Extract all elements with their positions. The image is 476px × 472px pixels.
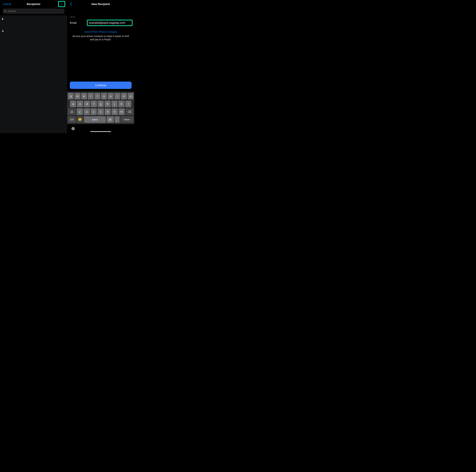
plus-icon: ＋ xyxy=(60,2,64,6)
page-title: New Recipient xyxy=(67,2,134,6)
backspace-icon xyxy=(128,110,131,113)
select-contacts-link[interactable]: Select From Phone Contacts xyxy=(70,30,131,33)
key-x[interactable]: x xyxy=(84,108,90,115)
key-v[interactable]: v xyxy=(98,108,104,115)
chevron-left-icon xyxy=(70,2,72,6)
key-h[interactable]: h xyxy=(104,101,111,107)
key-k[interactable]: k xyxy=(118,101,124,107)
key-d[interactable]: d xyxy=(84,101,90,107)
space-key[interactable]: space xyxy=(84,116,106,123)
contacts-prompt: Select From Phone Contacts Access your p… xyxy=(67,27,134,41)
emoji-key[interactable]: 😀 xyxy=(77,116,83,123)
key-n[interactable]: n xyxy=(112,108,118,115)
key-o[interactable]: o xyxy=(121,93,127,99)
key-m[interactable]: m xyxy=(119,108,125,115)
key-s[interactable]: s xyxy=(77,101,83,107)
dot-key[interactable]: . xyxy=(115,116,120,123)
text-cursor xyxy=(125,21,125,25)
payid-form: PAYID Email example@payid.wagetap.com xyxy=(67,7,134,27)
globe-icon xyxy=(71,127,75,130)
key-f[interactable]: f xyxy=(91,101,97,107)
add-recipient-highlight: ＋ xyxy=(58,1,65,7)
recipient-list[interactable]: $A xyxy=(0,15,67,133)
key-i[interactable]: i xyxy=(114,93,120,99)
key-y[interactable]: y xyxy=(101,93,107,99)
svg-point-0 xyxy=(4,10,6,12)
section-header: A xyxy=(0,27,67,35)
continue-button[interactable]: Continue xyxy=(70,82,132,89)
emoji-icon: 😀 xyxy=(78,118,82,121)
key-u[interactable]: u xyxy=(108,93,114,99)
email-field-highlight: example@payid.wagetap.com xyxy=(87,20,133,26)
recipients-screen: Cancel Recipients ＋ $A xyxy=(0,0,67,133)
shift-icon xyxy=(70,110,73,113)
backspace-key[interactable] xyxy=(125,108,134,115)
search-container xyxy=(0,7,67,15)
key-g[interactable]: g xyxy=(98,101,104,107)
search-input[interactable] xyxy=(8,10,63,13)
new-recipient-screen: New Recipient PAYID Email example@payid.… xyxy=(67,0,134,133)
numbers-key[interactable]: 123 xyxy=(68,116,76,123)
add-recipient-button[interactable]: ＋ xyxy=(60,2,64,6)
return-key[interactable]: return xyxy=(120,116,134,123)
key-c[interactable]: c xyxy=(91,108,97,115)
contacts-description: Access your phone contacts to make it ea… xyxy=(70,35,131,41)
key-e[interactable]: e xyxy=(81,93,87,99)
cancel-button[interactable]: Cancel xyxy=(3,2,11,6)
nav-bar: Cancel Recipients ＋ xyxy=(0,0,67,7)
form-group-label: PAYID xyxy=(67,16,134,19)
shift-key[interactable] xyxy=(68,108,76,115)
globe-key[interactable] xyxy=(71,127,75,130)
key-l[interactable]: l xyxy=(125,101,131,107)
at-key[interactable]: @ xyxy=(106,116,114,123)
key-r[interactable]: r xyxy=(88,93,94,99)
search-icon xyxy=(4,10,7,13)
key-w[interactable]: w xyxy=(74,93,80,99)
email-label: Email xyxy=(70,21,85,24)
nav-bar: New Recipient xyxy=(67,0,134,7)
email-row[interactable]: Email example@payid.wagetap.com xyxy=(67,19,134,27)
key-b[interactable]: b xyxy=(105,108,111,115)
keyboard-bottom-bar xyxy=(67,124,134,133)
key-p[interactable]: p xyxy=(128,93,134,99)
svg-line-1 xyxy=(6,12,6,12)
keyboard: qwertyuiop asdfghjkl zxcvbnm 123 😀 space… xyxy=(67,92,134,133)
key-j[interactable]: j xyxy=(111,101,118,107)
back-button[interactable] xyxy=(70,2,72,6)
search-field[interactable] xyxy=(3,9,65,14)
section-header: $ xyxy=(0,15,67,23)
home-indicator[interactable] xyxy=(90,131,111,132)
key-a[interactable]: a xyxy=(70,101,76,107)
key-t[interactable]: t xyxy=(94,93,100,99)
key-q[interactable]: q xyxy=(68,93,74,99)
key-z[interactable]: z xyxy=(77,108,83,115)
email-field[interactable]: example@payid.wagetap.com xyxy=(89,21,125,24)
